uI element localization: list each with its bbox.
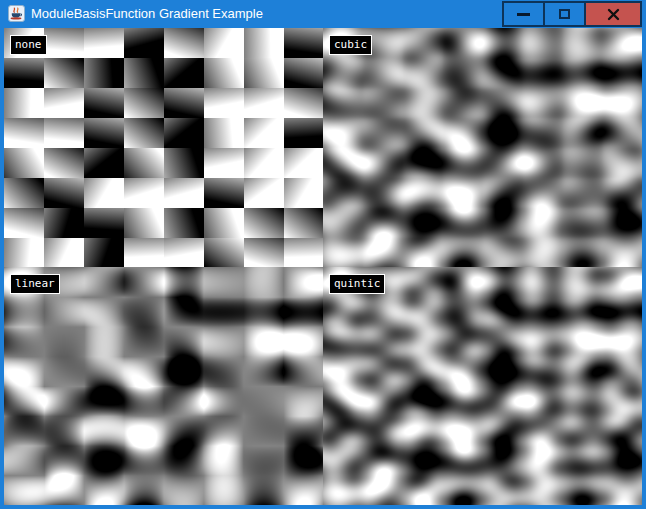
window-controls: [502, 1, 642, 27]
noise-canvas-none: [4, 28, 323, 267]
java-coffee-cup-icon[interactable]: [8, 5, 25, 22]
noise-panel-cubic: cubic: [323, 28, 642, 267]
close-button[interactable]: [584, 1, 642, 27]
panel-label-linear: linear: [10, 274, 60, 294]
maximize-icon: [559, 9, 570, 19]
noise-canvas-linear: [4, 267, 323, 505]
noise-panel-quintic: quintic: [323, 267, 642, 505]
panel-label-cubic: cubic: [329, 35, 372, 55]
titlebar[interactable]: ModuleBasisFunction Gradient Example: [0, 0, 646, 28]
panel-label-none: none: [10, 35, 47, 55]
noise-panel-linear: linear: [4, 267, 323, 505]
app-window: ModuleBasisFunction Gradient Example non…: [0, 0, 646, 509]
noise-grid: none cubic linear quintic: [4, 28, 642, 505]
noise-canvas-cubic: [323, 28, 642, 267]
minimize-button[interactable]: [502, 1, 545, 27]
close-icon: [607, 8, 620, 21]
minimize-icon: [517, 13, 530, 16]
noise-canvas-quintic: [323, 267, 642, 505]
window-title: ModuleBasisFunction Gradient Example: [31, 0, 263, 28]
noise-panel-none: none: [4, 28, 323, 267]
panel-label-quintic: quintic: [329, 274, 385, 294]
maximize-button[interactable]: [543, 1, 586, 27]
